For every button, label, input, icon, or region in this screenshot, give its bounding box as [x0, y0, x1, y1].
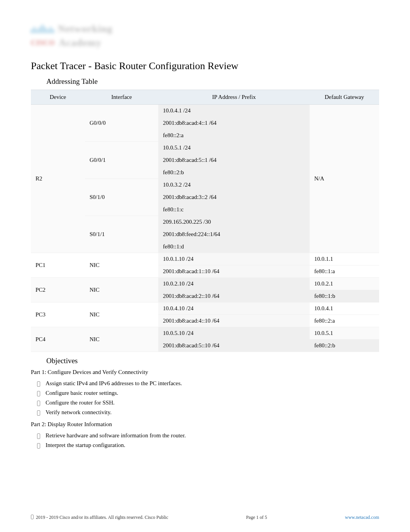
cell-interface: G0/0/0 — [85, 105, 158, 142]
table-row: PC3 NIC 10.0.4.10 /24 10.0.4.1 — [31, 303, 379, 315]
cell-ip: 2001:db8:acad:4::1 /64 — [158, 117, 310, 129]
cell-ip: 10.0.1.10 /24 — [158, 253, 310, 265]
cell-ip: 2001:db8:acad:5::1 /64 — [158, 154, 310, 167]
cell-gateway: fe80::1:b — [310, 290, 379, 303]
cell-ip: fe80::1:d — [158, 241, 310, 253]
cell-device: PC2 — [31, 278, 85, 303]
part2-title: Part 2: Display Router Information — [31, 421, 379, 428]
cell-gateway: N/A — [310, 105, 379, 253]
cell-gateway: 10.0.2.1 — [310, 278, 379, 290]
cell-gateway: fe80::2:a — [310, 315, 379, 327]
cell-ip: 10.0.4.10 /24 — [158, 303, 310, 315]
cell-interface: S0/1/1 — [85, 216, 158, 253]
cell-ip: fe80::1:c — [158, 204, 310, 216]
objectives-heading: Objectives — [46, 357, 379, 365]
th-gateway: Default Gateway — [310, 90, 379, 105]
page-title: Packet Tracer - Basic Router Configurati… — [31, 60, 379, 72]
cell-interface: NIC — [85, 303, 158, 327]
part1-list: Assign static IPv4 and IPv6 addresses to… — [35, 379, 379, 417]
cell-ip: 2001:db8:acad:4::10 /64 — [158, 315, 310, 327]
cell-interface: G0/0/1 — [85, 142, 158, 179]
list-item: Configure basic router settings. — [35, 388, 379, 398]
cell-ip: fe80::2:b — [158, 167, 310, 179]
cell-ip: 10.0.4.1 /24 — [158, 105, 310, 117]
logo-vendor: CISCO — [31, 39, 55, 47]
footer: 2019 - 2019 Cisco and/or its affiliates.… — [31, 515, 379, 520]
part1-title: Part 1: Configure Devices and Verify Con… — [31, 369, 379, 376]
list-item: Retrieve hardware and software informati… — [35, 431, 379, 440]
table-header-row: Device Interface IP Address / Prefix Def… — [31, 90, 379, 105]
cell-gateway: fe80::2:b — [310, 340, 379, 352]
list-item: Interpret the startup configuration. — [35, 440, 379, 450]
cell-ip: 10.0.2.10 /24 — [158, 278, 310, 290]
cell-device: PC1 — [31, 253, 85, 278]
cell-interface: S0/1/0 — [85, 179, 158, 216]
table-row: PC1 NIC 10.0.1.10 /24 10.0.1.1 — [31, 253, 379, 265]
addressing-table-heading: Addressing Table — [46, 77, 379, 86]
cell-ip: 2001:db8:acad:3::2 /64 — [158, 191, 310, 204]
cell-ip: fe80::2:a — [158, 129, 310, 142]
cell-device: PC3 — [31, 303, 85, 327]
cell-ip: 209.165.200.225 /30 — [158, 216, 310, 228]
cell-gateway: 10.0.1.1 — [310, 253, 379, 265]
logo: Networking CISCO Academy — [31, 23, 379, 49]
th-ip: IP Address / Prefix — [158, 90, 310, 105]
table-row: PC2 NIC 10.0.2.10 /24 10.0.2.1 — [31, 278, 379, 290]
cell-interface: NIC — [85, 278, 158, 303]
cell-ip: 2001:db8:acad:2::10 /64 — [158, 290, 310, 303]
cell-ip: 10.0.5.10 /24 — [158, 327, 310, 340]
table-row: PC4 NIC 10.0.5.10 /24 10.0.5.1 — [31, 327, 379, 340]
cell-gateway: 10.0.5.1 — [310, 327, 379, 340]
addressing-table: Device Interface IP Address / Prefix Def… — [31, 90, 379, 352]
footer-page: Page 1 of 5 — [246, 515, 267, 520]
list-item: Assign static IPv4 and IPv6 addresses to… — [35, 379, 379, 388]
cell-device: PC4 — [31, 327, 85, 352]
cell-gateway: 10.0.4.1 — [310, 303, 379, 315]
part2-list: Retrieve hardware and software informati… — [35, 431, 379, 450]
cell-ip: 10.0.3.2 /24 — [158, 179, 310, 191]
footer-copyright: 2019 - 2019 Cisco and/or its affiliates.… — [31, 515, 168, 520]
cell-gateway: fe80::1:a — [310, 265, 379, 278]
cell-ip: 2001:db8:acad:5::10 /64 — [158, 340, 310, 352]
logo-text-bottom: Academy — [59, 37, 102, 49]
list-item: Verify network connectivity. — [35, 408, 379, 417]
cell-ip: 2001:db8:feed:224::1/64 — [158, 228, 310, 241]
th-device: Device — [31, 90, 85, 105]
table-row: R2 G0/0/0 10.0.4.1 /24 N/A — [31, 105, 379, 117]
logo-text-top: Networking — [58, 23, 112, 35]
th-interface: Interface — [85, 90, 158, 105]
cell-ip: 2001:db8:acad:1::10 /64 — [158, 265, 310, 278]
cell-interface: NIC — [85, 327, 158, 352]
cell-ip: 10.0.5.1 /24 — [158, 142, 310, 154]
cisco-bars-icon — [31, 25, 54, 33]
list-item: Configure the router for SSH. — [35, 398, 379, 408]
cell-device: R2 — [31, 105, 85, 253]
cell-interface: NIC — [85, 253, 158, 278]
footer-link: www.netacad.com — [345, 515, 379, 520]
